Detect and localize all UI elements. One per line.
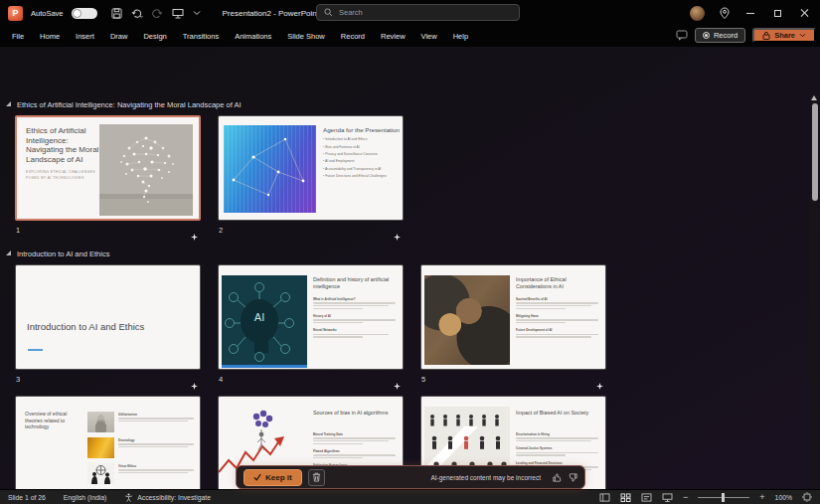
slide-number: 5 [421,375,425,384]
slide4-heading: What is Artificial Intelligence? [313,297,399,301]
svg-text:AI: AI [254,311,264,323]
tab-view[interactable]: View [413,28,445,45]
agenda-item: Bias and Fairness in AI [323,145,401,150]
slide-thumbnail-4[interactable]: AI Definition and history of artificial … [218,264,404,370]
agenda-item: Privacy and Surveillance Concerns [323,152,401,157]
slide5-heading: Societal Benefits of AI [516,297,601,301]
section-header-2[interactable]: Introduction to AI and Ethics [6,250,109,258]
slide7-heading: Flawed Algorithms [313,449,399,453]
thumbs-up-icon[interactable] [553,473,562,482]
search-input[interactable] [339,8,498,17]
transition-star-icon [394,227,401,245]
fit-to-window-button[interactable] [802,492,812,502]
maximize-icon [774,10,781,17]
undo-icon[interactable] [131,8,143,19]
comments-icon[interactable] [676,30,688,41]
slide-number: 2 [219,226,223,235]
close-button[interactable] [798,7,810,19]
zoom-level[interactable]: 100% [775,494,792,501]
section-header-1[interactable]: Ethics of Artificial Intelligence: Navig… [6,100,242,109]
tab-record[interactable]: Record [333,28,373,45]
record-button-label: Record [714,31,738,40]
tab-insert[interactable]: Insert [68,28,102,45]
scroll-up-icon[interactable] [811,95,817,100]
user-avatar[interactable] [690,6,705,21]
slide6-heading: Utilitarianism [118,413,197,417]
tab-file[interactable]: File [4,28,32,45]
slide1-subtitle: EXPLORING ETHICAL CHALLENGES POSED BY AI… [26,170,100,181]
copilot-keep-bar: Keep it AI-generated content may be inco… [236,465,585,489]
tab-home[interactable]: Home [32,28,68,45]
scrollbar-thumb[interactable] [812,103,818,201]
view-slideshow-button[interactable] [662,493,673,502]
share-button-label: Share [774,31,795,40]
slide2-title: Agenda for the Presentation [323,126,401,133]
slide-number: 3 [16,375,20,384]
tab-animations[interactable]: Animations [227,28,279,45]
zoom-slider[interactable] [698,497,749,498]
slide-cell-6: Overview of ethical theories related to … [15,396,205,501]
tab-draw[interactable]: Draw [102,28,136,45]
slide2-network-image [224,125,316,213]
transition-star-icon [191,227,198,245]
section-title: Introduction to AI and Ethics [17,250,109,258]
slide6-utilitarianism-image [87,412,114,432]
document-title: Presentation2 - PowerPoint [223,9,319,18]
maximize-button[interactable] [771,7,783,19]
slide5-heading: Future Development of AI [516,328,601,332]
close-icon [800,9,808,17]
view-slide-sorter-button[interactable] [620,493,631,502]
tab-help[interactable]: Help [445,28,476,45]
slide-thumbnail-6[interactable]: Overview of ethical theories related to … [15,396,201,501]
vertical-scrollbar[interactable] [810,93,819,504]
slide-thumbnail-1[interactable]: Ethics of Artificial Intelligence: Navig… [15,115,201,221]
tab-slide-show[interactable]: Slide Show [279,28,333,45]
thumbs-down-icon[interactable] [569,473,577,482]
slide-cell-5: Importance of Ethical Considerations in … [420,264,610,370]
slide4-title: Definition and history of artificial int… [313,276,399,290]
save-icon[interactable] [111,8,122,19]
tab-design[interactable]: Design [135,28,174,45]
slide-cell-3: Introduction to AI and Ethics 3 [15,264,205,370]
tab-transitions[interactable]: Transitions [175,28,227,45]
keep-it-button[interactable]: Keep it [244,469,302,486]
view-normal-button[interactable] [599,493,610,502]
share-chevron-icon [799,33,806,38]
slide8-heading: Discrimination in Hiring [516,432,601,436]
slide4-ai-head-image: AI [222,275,307,365]
powerpoint-window: P AutoSave Presentatio [0,0,820,504]
language-indicator[interactable]: English (India) [64,494,106,501]
slide8-heading: Criminal Justice Systems [516,446,601,450]
slide-thumbnail-3[interactable]: Introduction to AI and Ethics [15,264,201,370]
minimize-button[interactable] [744,7,756,19]
slide-thumbnail-2[interactable]: Agenda for the Presentation Introduction… [218,115,404,221]
powerpoint-logo-icon: P [8,6,23,21]
slide-number: 1 [16,226,20,235]
slide5-photo-image [424,275,510,365]
slide-cell-2: Agenda for the Presentation Introduction… [218,115,408,221]
toggle-knob [73,9,82,18]
slide6-heading: Virtue Ethics [118,464,197,468]
tab-review[interactable]: Review [373,28,413,45]
agenda-item: Accountability and Transparency in AI [323,167,401,172]
view-reading-button[interactable] [641,493,652,502]
accessibility-status[interactable]: Accessibility: Investigate [124,493,211,502]
slide4-heading: Neural Networks [313,328,399,332]
ai-content-notice: AI-generated content may be incorrect [430,474,541,481]
slide6-heading: Deontology [118,438,197,442]
pin-icon[interactable] [720,7,730,20]
ribbon-tabs: File Home Insert Draw Design Transitions… [0,28,476,45]
slide1-title: Ethics of Artificial Intelligence: Navig… [26,126,100,164]
title-bar: P AutoSave Presentatio [0,0,820,26]
start-slideshow-icon[interactable] [172,8,184,19]
search-box[interactable] [316,4,520,21]
record-button[interactable]: Record [695,28,745,43]
slide-thumbnail-5[interactable]: Importance of Ethical Considerations in … [420,264,606,370]
zoom-slider-thumb[interactable] [722,493,725,502]
share-button[interactable]: Share [752,28,816,43]
customize-qat-chevron-icon[interactable] [193,10,201,16]
delete-button[interactable] [308,469,325,486]
slide5-title: Importance of Ethical Considerations in … [516,276,601,290]
slide-counter[interactable]: Slide 1 of 26 [8,494,46,501]
autosave-toggle[interactable] [72,8,97,19]
